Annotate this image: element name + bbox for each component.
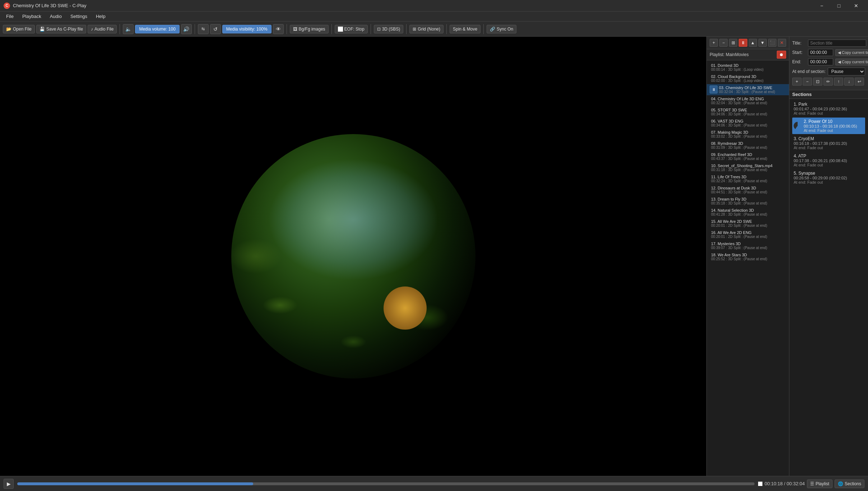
sep2 bbox=[195, 24, 195, 34]
playlist-item[interactable]: ⏸ 03. Chemistry Of Life 3D SWE 00:32:04 … bbox=[707, 84, 789, 95]
playlist-item[interactable]: 06. VAST 3D ENG 00:34:06 : 3D Split : (P… bbox=[707, 118, 789, 129]
stop-square-icon bbox=[758, 482, 762, 486]
playlist-grid-button[interactable]: ⊞ bbox=[729, 39, 737, 47]
sep3 bbox=[287, 24, 287, 34]
sections-nav-button[interactable]: 🌐 Sections bbox=[835, 479, 864, 488]
playlist-item[interactable]: 11. Life Of Trees 3D 00:32:24 : 3D Split… bbox=[707, 173, 789, 184]
end-label: End: bbox=[792, 59, 806, 64]
section-item[interactable]: 1. Park 00:01:47 - 00:04:23 (00:02:36) A… bbox=[792, 100, 865, 117]
section-end-row: End: ◀ Copy current time bbox=[792, 58, 865, 65]
sections-list: 1. Park 00:01:47 - 00:04:23 (00:02:36) A… bbox=[789, 99, 868, 476]
playlist-item[interactable]: 12. Dinosaurs at Dusk 3D 00:44:51 : 3D S… bbox=[707, 184, 789, 196]
3d-sbs-button[interactable]: ⊡ 3D (SBS) bbox=[374, 25, 404, 33]
playing-icon: ⏸ bbox=[710, 86, 718, 93]
section-item[interactable]: 3. CryoEM 00:16:18 - 00:17:38 (00:01:20)… bbox=[792, 135, 865, 151]
playlist-item[interactable]: 05. STORT 3D SWE 00:34:06 : 3D Split : (… bbox=[707, 106, 789, 118]
progress-bar[interactable] bbox=[17, 482, 755, 485]
title-bar: C Chemistry Of Life 3D SWE - C-Play − □ … bbox=[0, 0, 868, 12]
playlist-item[interactable]: 07. Making Magic 3D 00:33:02 : 3D Split … bbox=[707, 129, 789, 140]
grid-none-button[interactable]: ⊞ Grid (None) bbox=[409, 25, 444, 33]
speaker-high-button[interactable]: 🔊 bbox=[181, 24, 192, 34]
playlist-panel: + − ⊞ ⏸ ▲ ▼ ⬛ ✕ Playlist: MainMovies ⏺ 0… bbox=[706, 37, 789, 476]
playlist-name: Playlist: MainMovies bbox=[710, 52, 749, 57]
menu-file[interactable]: File bbox=[2, 12, 18, 20]
end-copy-button[interactable]: ◀ Copy current time bbox=[835, 59, 868, 65]
section-start-input[interactable] bbox=[808, 49, 833, 56]
section-up-button[interactable]: ↑ bbox=[834, 78, 843, 86]
playlist-item[interactable]: 09. Enchanted Reef 3D 00:43:37 : 3D Spli… bbox=[707, 151, 789, 162]
spin-move-button[interactable]: Spin & Move bbox=[450, 25, 481, 33]
menu-settings[interactable]: Settings bbox=[66, 12, 92, 20]
section-item[interactable]: 4. ATP 00:17:38 - 00:26:21 (00:08:43) At… bbox=[792, 152, 865, 169]
video-display bbox=[231, 134, 475, 378]
minimize-button[interactable]: − bbox=[813, 0, 830, 12]
play-button[interactable]: ▶ bbox=[4, 479, 14, 489]
menu-help[interactable]: Help bbox=[92, 12, 110, 20]
flip-icon-button[interactable]: ⇆ bbox=[198, 24, 209, 34]
bg-fg-images-button[interactable]: 🖼 Bg/Fg images bbox=[290, 25, 329, 33]
open-file-button[interactable]: 📂 Open File bbox=[3, 25, 35, 33]
playlist-item[interactable]: 18. We Are Stars 3D 00:25:52 : 3D Split … bbox=[707, 251, 789, 262]
sections-panel: Title: Start: ◀ Copy current time End: ◀… bbox=[789, 37, 868, 476]
playlist-nav-icon: ☰ bbox=[810, 481, 814, 486]
sections-editor: Title: Start: ◀ Copy current time End: ◀… bbox=[789, 37, 868, 90]
playlist-item[interactable]: 04. Chemistry Of Life 3D ENG 00:32:04 : … bbox=[707, 95, 789, 106]
playlist-item[interactable]: 16. All We Are 2D ENG 00:20:01 : 2D Spli… bbox=[707, 229, 789, 240]
menu-bar: File Playback Audio Settings Help bbox=[0, 12, 868, 22]
playlist-up-button[interactable]: ▲ bbox=[749, 39, 757, 47]
at-end-select[interactable]: Pause Fade out Stop Loop bbox=[828, 68, 865, 75]
playlist-record-button[interactable]: ⏺ bbox=[777, 51, 786, 59]
playlist-add-button[interactable]: + bbox=[710, 39, 718, 47]
sep4 bbox=[331, 24, 332, 34]
eof-stop-button[interactable]: EOF: Stop bbox=[335, 25, 368, 33]
copy-icon: ◀ bbox=[838, 50, 841, 55]
stop-indicator bbox=[758, 482, 762, 486]
section-item[interactable]: 2. Power Of 10 00:10:13 - 00:16:18 (00:0… bbox=[792, 118, 865, 134]
media-volume-button[interactable]: Media volume: 100 bbox=[135, 25, 179, 33]
section-add-button[interactable]: + bbox=[792, 78, 802, 86]
section-start-row: Start: ◀ Copy current time bbox=[792, 49, 865, 56]
playlist-item[interactable]: 14. Natural Selection 3D 00:41:28 : 3D S… bbox=[707, 207, 789, 218]
playlist-save-button[interactable]: ⬛ bbox=[768, 39, 776, 47]
section-undo-button[interactable]: ↩ bbox=[855, 78, 864, 86]
maximize-button[interactable]: □ bbox=[831, 0, 847, 12]
playlist-down-button[interactable]: ▼ bbox=[758, 39, 767, 47]
playlist-item[interactable]: 02. Cloud Background 3D 00:02:00 : 3D Sp… bbox=[707, 73, 789, 84]
playlist-items: 01. Domtest 3D 00:00:14 : 3D Split : (Lo… bbox=[707, 60, 789, 476]
start-label: Start: bbox=[792, 50, 806, 55]
audio-file-button[interactable]: ♪ Audio File bbox=[88, 25, 117, 33]
section-chapters-button[interactable]: ⊡ bbox=[813, 78, 822, 86]
section-item[interactable]: 5. Synapse 00:26:58 - 00:29:00 (00:02:02… bbox=[792, 169, 865, 186]
save-as-button[interactable]: 💾 Save As C-Play file bbox=[36, 25, 86, 33]
playlist-item[interactable]: 17. Mysteries 3D 00:39:07 : 3D Split : (… bbox=[707, 240, 789, 251]
menu-audio[interactable]: Audio bbox=[46, 12, 66, 20]
app-title: Chemistry Of Life 3D SWE - C-Play bbox=[13, 3, 813, 8]
playlist-close-button[interactable]: ✕ bbox=[778, 39, 786, 47]
section-title-input[interactable] bbox=[808, 40, 866, 47]
playlist-item[interactable]: 15. All We Are 2D SWE 00:20:01 : 2D Spli… bbox=[707, 218, 789, 229]
playlist-item[interactable]: 13. Dream to Fly 3D 00:35:18 : 3D Split … bbox=[707, 196, 789, 207]
playlist-remove-button[interactable]: − bbox=[719, 39, 728, 47]
playlist-nav-button[interactable]: ☰ Playlist bbox=[807, 479, 832, 488]
eye-icon-button[interactable]: 👁 bbox=[273, 24, 284, 34]
loop-icon-button[interactable]: ↺ bbox=[210, 24, 221, 34]
at-end-label: At end of section: bbox=[792, 69, 826, 74]
section-pencil-button[interactable]: ✏ bbox=[823, 78, 833, 86]
speaker-low-button[interactable]: 🔈 bbox=[123, 24, 134, 34]
section-end-input[interactable] bbox=[808, 58, 833, 65]
start-copy-button[interactable]: ◀ Copy current time bbox=[835, 49, 868, 56]
menu-playback[interactable]: Playback bbox=[18, 12, 46, 20]
bottom-bar: ▶ 00:10:18 / 00:32:04 ☰ Playlist 🌐 Secti… bbox=[0, 476, 868, 491]
playlist-item[interactable]: 10. Secret_of_Shooting_Stars.mp4 00:31:1… bbox=[707, 162, 789, 173]
section-down-button[interactable]: ↓ bbox=[844, 78, 854, 86]
playlist-item[interactable]: 08. Rymdresar 3D 00:31:09 : 3D Split : (… bbox=[707, 140, 789, 151]
playlist-pause-button[interactable]: ⏸ bbox=[739, 39, 747, 47]
playlist-item[interactable]: 01. Domtest 3D 00:00:14 : 3D Split : (Lo… bbox=[707, 62, 789, 73]
sync-on-button[interactable]: 🔗 Sync On bbox=[487, 25, 516, 33]
music-icon: ♪ bbox=[91, 27, 93, 32]
sep1 bbox=[120, 24, 120, 34]
sync-icon: 🔗 bbox=[490, 27, 495, 32]
close-button[interactable]: ✕ bbox=[848, 0, 864, 12]
media-visibility-button[interactable]: Media visibility: 100% bbox=[222, 25, 271, 33]
section-remove-button[interactable]: − bbox=[803, 78, 812, 86]
